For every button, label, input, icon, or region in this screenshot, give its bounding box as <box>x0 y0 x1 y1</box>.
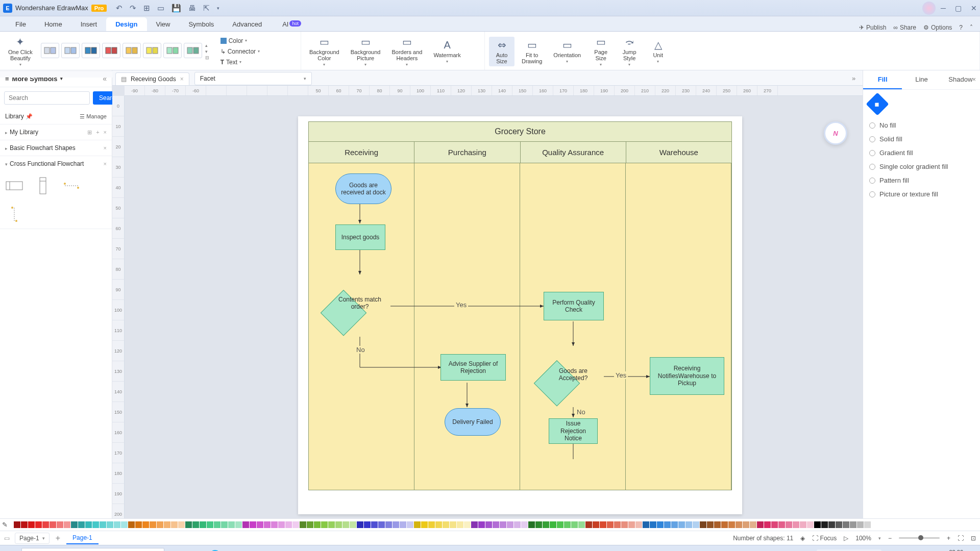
color-swatch[interactable] <box>743 521 749 528</box>
close-icon[interactable]: ✕ <box>971 4 977 12</box>
stencil-vertical-lane[interactable] <box>34 177 52 195</box>
lane-head-purchasing[interactable]: Purchasing <box>414 142 520 163</box>
color-swatch[interactable] <box>221 521 228 528</box>
color-dropdown[interactable]: Color ▾ <box>218 36 262 45</box>
theme-dropdown[interactable]: Facet▾ <box>194 72 312 85</box>
color-swatch[interactable] <box>864 521 871 528</box>
color-swatch[interactable] <box>135 521 142 528</box>
color-swatch[interactable] <box>850 521 856 528</box>
collapse-ribbon-icon[interactable]: ˄ <box>970 24 973 31</box>
orientation-button[interactable]: ▭Orientation▾ <box>549 37 585 66</box>
tab-home[interactable]: Home <box>35 17 71 31</box>
color-swatch[interactable] <box>207 521 213 528</box>
color-swatch[interactable] <box>593 521 599 528</box>
close-section-icon[interactable]: × <box>104 161 107 167</box>
layers-icon[interactable]: ◈ <box>800 535 805 542</box>
color-swatch[interactable] <box>585 521 592 528</box>
color-swatch[interactable] <box>514 521 521 528</box>
meal-icon[interactable]: 🥗 <box>168 548 184 552</box>
color-swatch[interactable] <box>242 521 249 528</box>
color-swatch[interactable] <box>471 521 478 528</box>
swimlane-container[interactable]: Grocery Store Receiving Purchasing Quali… <box>308 121 732 490</box>
shape-inspect-goods[interactable]: Inspect goods <box>335 224 385 250</box>
redo-icon[interactable]: ↷ <box>130 4 136 13</box>
color-swatch[interactable] <box>635 521 642 528</box>
shape-rejection-notice[interactable]: Issue Rejection Notice <box>549 418 598 444</box>
color-swatch[interactable] <box>778 521 785 528</box>
color-swatch[interactable] <box>57 521 63 528</box>
clock[interactable]: 02:0625-09-2023 <box>935 549 963 551</box>
color-swatch[interactable] <box>28 521 35 528</box>
edge-icon[interactable]: 🌐 <box>207 548 223 552</box>
one-click-beautify-button[interactable]: ✦ One Click Beautify ▾ <box>4 34 37 69</box>
shape-advise-supplier[interactable]: Advise Supplier of Rejection <box>440 354 506 381</box>
color-swatch[interactable] <box>228 521 235 528</box>
color-swatch[interactable] <box>364 521 371 528</box>
color-swatch[interactable] <box>300 521 306 528</box>
fullscreen-icon[interactable]: ⊡ <box>971 535 976 542</box>
open-icon[interactable]: ▭ <box>157 4 164 13</box>
color-swatch[interactable] <box>393 521 399 528</box>
lane-head-receiving[interactable]: Receiving <box>309 142 414 163</box>
color-swatch[interactable] <box>378 521 385 528</box>
color-swatch[interactable] <box>443 521 449 528</box>
eyedropper-icon[interactable]: ✎ <box>2 521 11 529</box>
close-section-icon[interactable]: × <box>104 145 107 151</box>
color-swatch[interactable] <box>664 521 671 528</box>
stencil-separator-h[interactable] <box>62 177 81 195</box>
add-lib-icon[interactable]: ⊞ <box>87 129 92 136</box>
tab-advanced[interactable]: Advanced <box>223 17 271 31</box>
color-swatch[interactable] <box>507 521 513 528</box>
color-swatch[interactable] <box>164 521 170 528</box>
ai-assistant-badge[interactable]: N <box>824 121 847 145</box>
publish-button[interactable]: ✈ Publish <box>859 24 886 31</box>
color-swatch[interactable] <box>736 521 742 528</box>
zoom-out-button[interactable]: − <box>888 535 892 542</box>
print-icon[interactable]: 🖶 <box>188 4 196 12</box>
color-swatch[interactable] <box>450 521 456 528</box>
color-swatch[interactable] <box>64 521 70 528</box>
save-icon[interactable]: 💾 <box>172 4 181 13</box>
shape-quality-check[interactable]: Perform Quality Check <box>544 292 604 320</box>
color-swatch[interactable] <box>285 521 292 528</box>
color-swatch[interactable] <box>200 521 206 528</box>
qat-dropdown-icon[interactable]: ▾ <box>217 6 219 11</box>
color-swatch[interactable] <box>371 521 378 528</box>
color-swatch[interactable] <box>836 521 842 528</box>
export-icon[interactable]: ⇱ <box>203 4 210 13</box>
color-swatch[interactable] <box>650 521 656 528</box>
fill-opt-solid[interactable]: Solid fill <box>869 132 974 146</box>
color-swatch[interactable] <box>271 521 278 528</box>
color-swatch[interactable] <box>385 521 392 528</box>
color-swatch[interactable] <box>700 521 706 528</box>
color-swatch[interactable] <box>435 521 442 528</box>
color-swatch[interactable] <box>821 521 828 528</box>
color-swatch[interactable] <box>528 521 535 528</box>
color-swatch[interactable] <box>793 521 799 528</box>
color-swatch[interactable] <box>564 521 571 528</box>
zoom-slider[interactable] <box>899 537 940 539</box>
theme-preset-1[interactable] <box>41 43 59 58</box>
color-swatch[interactable] <box>485 521 492 528</box>
fill-opt-pattern[interactable]: Pattern fill <box>869 173 974 187</box>
theme-preset-7[interactable] <box>163 43 182 58</box>
stencil-horizontal-lane[interactable] <box>5 177 23 195</box>
unit-button[interactable]: △Unit▾ <box>645 37 671 66</box>
color-swatch[interactable] <box>678 521 685 528</box>
color-swatch[interactable] <box>786 521 792 528</box>
color-swatch[interactable] <box>14 521 20 528</box>
color-swatch[interactable] <box>457 521 463 528</box>
new-icon[interactable]: ⊞ <box>143 4 150 13</box>
drawing-page[interactable]: Grocery Store Receiving Purchasing Quali… <box>298 116 742 514</box>
color-swatch[interactable] <box>750 521 756 528</box>
color-swatch[interactable] <box>42 521 49 528</box>
theme-scroll-down-icon[interactable]: ▾ <box>205 49 209 54</box>
stencil-separator-v[interactable] <box>5 205 23 223</box>
color-swatch[interactable] <box>707 521 714 528</box>
color-swatch[interactable] <box>92 521 99 528</box>
document-tab[interactable]: ▤ Receving Goods × <box>115 72 189 85</box>
fill-opt-single-gradient[interactable]: Single color gradient fill <box>869 160 974 173</box>
color-swatch[interactable] <box>357 521 363 528</box>
color-swatch[interactable] <box>235 521 242 528</box>
color-swatch[interactable] <box>100 521 106 528</box>
